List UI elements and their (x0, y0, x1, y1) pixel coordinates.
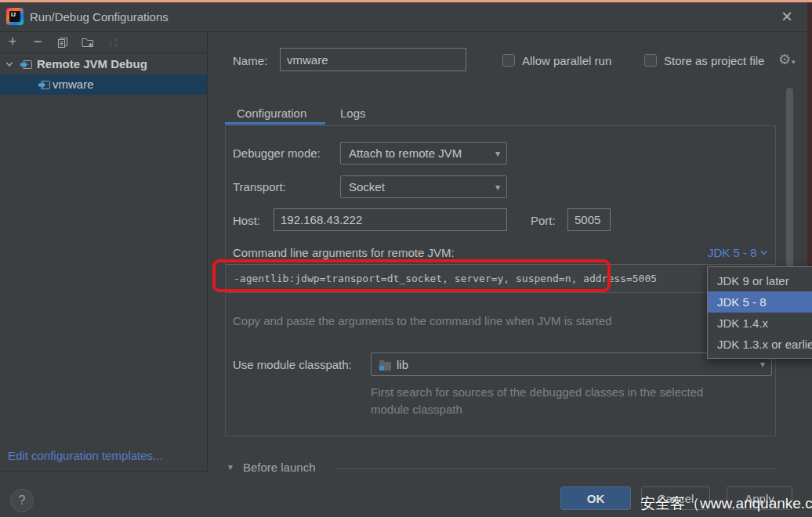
before-launch-label: Before launch (243, 461, 316, 474)
close-icon[interactable]: × (776, 5, 798, 27)
ok-button[interactable]: OK (560, 486, 631, 510)
window-title: Run/Debug Configurations (30, 10, 169, 24)
module-classpath-value: lib (392, 358, 760, 371)
allow-parallel-run-label: Allow parallel run (522, 54, 611, 67)
sort-alphabetically-icon[interactable]: ↓ a z (107, 36, 119, 49)
debugger-mode-value: Attach to remote JVM (341, 146, 495, 160)
debugger-mode-select[interactable]: Attach to remote JVM ▾ (340, 142, 507, 164)
tree-config-row-selected[interactable]: vmware (0, 74, 207, 95)
cmdline-arguments-field[interactable]: -agentlib:jdwp=transport=dt_socket, serv… (226, 264, 775, 293)
gear-icon[interactable]: ⚙ (778, 51, 791, 68)
transport-value: Socket (341, 180, 495, 193)
store-as-project-file-label: Store as project file (664, 54, 764, 67)
watermark: 安全客（www.anquanke.com） (640, 494, 812, 514)
edit-templates-link[interactable]: Edit configuration templates... (8, 449, 163, 462)
tree-group-label: Remote JVM Debug (37, 57, 147, 70)
module-classpath-hint: First search for sources of the debugged… (371, 384, 731, 418)
menu-item-jdk13[interactable]: JDK 1.3.x or earlier (708, 334, 812, 355)
copy-configuration-icon[interactable] (56, 36, 69, 49)
remote-jvm-debug-icon (20, 58, 33, 71)
active-tab-underline (225, 122, 325, 125)
module-folder-icon (379, 359, 392, 371)
host-label: Host: (233, 214, 260, 227)
tree-config-label: vmware (53, 78, 94, 91)
help-icon: ? (19, 494, 26, 508)
gear-dropdown-arrow-icon: ▾ (792, 58, 796, 66)
chevron-down-icon (760, 250, 767, 255)
window-top-border (0, 0, 812, 2)
collapse-triangle-icon: ▼ (227, 463, 234, 472)
cmdline-label: Command line arguments for remote JVM: (233, 246, 455, 259)
remote-jvm-debug-icon (38, 78, 51, 92)
toolbar-divider (0, 52, 207, 53)
add-configuration-icon[interactable]: + (6, 36, 19, 49)
jdk-version-selector[interactable]: JDK 5 - 8 (708, 246, 767, 259)
name-input[interactable] (280, 48, 466, 71)
sidebar-divider (207, 32, 208, 471)
before-launch-rule (334, 468, 776, 469)
help-button[interactable]: ? (10, 489, 34, 512)
menu-item-jdk9[interactable]: JDK 9 or later (708, 270, 812, 291)
allow-parallel-run-checkbox[interactable] (502, 54, 515, 67)
store-as-project-file-checkbox[interactable] (644, 54, 657, 67)
tree-group-row[interactable]: Remote JVM Debug (0, 55, 207, 74)
tab-logs[interactable]: Logs (340, 107, 366, 120)
sidebar-toolbar: + − ↓ a (0, 32, 213, 52)
module-classpath-label: Use module classpath: (233, 358, 352, 371)
host-input[interactable] (274, 208, 507, 231)
before-launch-section[interactable]: ▼ Before launch (227, 461, 315, 474)
dropdown-arrow-icon: ▾ (495, 148, 506, 159)
transport-label: Transport: (233, 180, 286, 193)
menu-item-jdk14[interactable]: JDK 1.4.x (708, 313, 812, 334)
cmdline-hint: Copy and paste the arguments to the comm… (233, 314, 612, 327)
port-label: Port: (531, 214, 556, 227)
app-logo-icon: IJ (6, 8, 24, 25)
dropdown-arrow-icon: ▾ (760, 359, 771, 370)
new-folder-icon[interactable] (82, 36, 94, 49)
tab-configuration[interactable]: Configuration (237, 107, 306, 120)
menu-item-jdk5-8-selected[interactable]: JDK 5 - 8 (708, 291, 812, 313)
sidebar: + − ↓ a (0, 32, 207, 471)
name-label: Name: (233, 54, 267, 67)
run-debug-configurations-dialog: IJ Run/Debug Configurations × + − (0, 0, 812, 517)
sidebar-bottom-divider (0, 471, 208, 472)
transport-select[interactable]: Socket ▾ (340, 175, 507, 198)
port-input[interactable] (567, 208, 611, 231)
chevron-down-icon (5, 60, 13, 68)
jdk-version-menu: JDK 9 or later JDK 5 - 8 JDK 1.4.x JDK 1… (707, 266, 812, 359)
title-bar: IJ Run/Debug Configurations × (0, 2, 812, 31)
remove-configuration-icon[interactable]: − (31, 36, 44, 49)
debugger-mode-label: Debugger mode: (233, 146, 321, 160)
dropdown-arrow-icon: ▾ (495, 182, 506, 193)
jdk-version-value: JDK 5 - 8 (708, 246, 757, 259)
